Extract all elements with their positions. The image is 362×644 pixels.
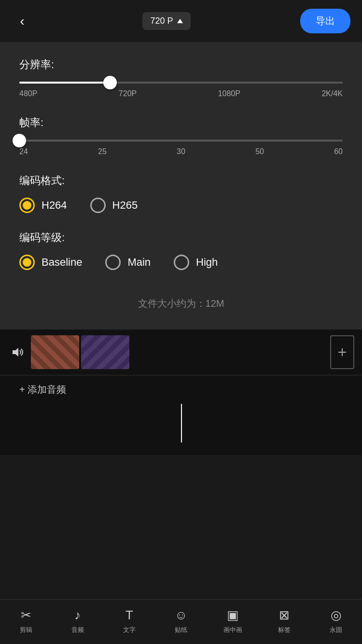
resolution-slider-container bbox=[19, 82, 343, 84]
toolbar-label-audio: 音频 bbox=[71, 626, 84, 634]
resolution-label-1080p: 1080P bbox=[218, 89, 240, 98]
level-high-radio[interactable] bbox=[174, 255, 189, 270]
resolution-selector[interactable]: 720 P bbox=[142, 12, 190, 30]
export-button[interactable]: 导出 bbox=[300, 9, 350, 33]
svg-marker-0 bbox=[13, 348, 18, 357]
codec-h264-label: H264 bbox=[42, 199, 67, 212]
level-radio-group: Baseline Main High bbox=[19, 255, 343, 270]
framerate-slider-labels: 24 25 30 50 60 bbox=[19, 147, 343, 156]
resolution-label-720p: 720P bbox=[119, 89, 137, 98]
resolution-slider-track[interactable] bbox=[19, 82, 343, 84]
codec-h265-option[interactable]: H265 bbox=[90, 198, 138, 213]
framerate-title: 帧率: bbox=[19, 115, 343, 130]
framerate-slider-track[interactable] bbox=[19, 140, 343, 142]
timeline-row bbox=[0, 329, 362, 375]
settings-panel: 分辨率: 480P 720P 1080P 2K/4K 帧率: 24 25 30 bbox=[0, 42, 362, 329]
level-high-option[interactable]: High bbox=[174, 255, 218, 270]
framerate-label-25: 25 bbox=[98, 147, 107, 156]
cut-icon: ✂ bbox=[21, 607, 31, 623]
level-baseline-radio[interactable] bbox=[19, 255, 35, 270]
clip-item-2[interactable] bbox=[81, 335, 129, 369]
resolution-slider-fill bbox=[19, 82, 110, 84]
timeline-playhead-area bbox=[0, 404, 362, 443]
toolbar-item-cut[interactable]: ✂ 剪辑 bbox=[4, 607, 48, 634]
toolbar-item-sticker[interactable]: ☺ 贴纸 bbox=[159, 607, 203, 634]
resolution-section: 分辨率: 480P 720P 1080P 2K/4K bbox=[19, 57, 343, 98]
file-size-section: 文件大小约为：12M bbox=[19, 287, 343, 315]
resolution-value: 720 P bbox=[150, 16, 173, 26]
header: ‹ 720 P 导出 bbox=[0, 0, 362, 42]
playhead-line bbox=[181, 404, 182, 443]
add-audio-label: + 添加音频 bbox=[19, 383, 66, 396]
codec-h264-option[interactable]: H264 bbox=[19, 198, 67, 213]
framerate-slider-container bbox=[19, 140, 343, 142]
dropdown-arrow-icon bbox=[177, 19, 183, 23]
clip-texture-1 bbox=[31, 335, 79, 369]
audio-icon: ♪ bbox=[74, 607, 81, 623]
framerate-section: 帧率: 24 25 30 50 60 bbox=[19, 115, 343, 156]
resolution-title: 分辨率: bbox=[19, 57, 343, 72]
pip-icon: ▣ bbox=[227, 607, 239, 623]
back-icon: ‹ bbox=[20, 14, 24, 28]
toolbar-label-sticker: 贴纸 bbox=[175, 626, 187, 634]
resolution-label-2k4k: 2K/4K bbox=[321, 89, 343, 98]
framerate-label-60: 60 bbox=[334, 147, 343, 156]
codec-radio-group: H264 H265 bbox=[19, 198, 343, 213]
toolbar-item-tag[interactable]: ⊠ 标签 bbox=[263, 607, 306, 634]
toolbar-label-filter: 永固 bbox=[330, 626, 342, 634]
clip-texture-2 bbox=[81, 335, 129, 369]
resolution-slider-labels: 480P 720P 1080P 2K/4K bbox=[19, 89, 343, 98]
codec-h264-radio[interactable] bbox=[19, 198, 35, 213]
codec-h265-radio[interactable] bbox=[90, 198, 106, 213]
toolbar-label-pip: 画中画 bbox=[223, 626, 242, 634]
add-clip-button[interactable] bbox=[330, 335, 354, 369]
level-baseline-radio-fill bbox=[23, 258, 31, 267]
text-icon: T bbox=[125, 607, 133, 623]
framerate-label-24: 24 bbox=[19, 147, 28, 156]
codec-section: 编码格式: H264 H265 bbox=[19, 173, 343, 213]
volume-icon[interactable] bbox=[8, 343, 27, 362]
timeline-clips bbox=[31, 335, 326, 369]
toolbar-item-text[interactable]: T 文字 bbox=[108, 607, 151, 634]
level-baseline-option[interactable]: Baseline bbox=[19, 255, 82, 270]
tag-icon: ⊠ bbox=[279, 607, 290, 623]
add-audio-section: + 添加音频 bbox=[0, 375, 362, 404]
back-button[interactable]: ‹ bbox=[12, 11, 33, 32]
resolution-label-480p: 480P bbox=[19, 89, 37, 98]
toolbar-label-tag: 标签 bbox=[278, 626, 291, 634]
level-main-radio[interactable] bbox=[105, 255, 121, 270]
codec-title: 编码格式: bbox=[19, 173, 343, 188]
framerate-label-30: 30 bbox=[177, 147, 185, 156]
clip-item-1[interactable] bbox=[31, 335, 79, 369]
toolbar-item-pip[interactable]: ▣ 画中画 bbox=[211, 607, 254, 634]
codec-h265-label: H265 bbox=[112, 199, 138, 212]
level-title: 编码等级: bbox=[19, 230, 343, 245]
filter-icon: ◎ bbox=[331, 607, 342, 623]
timeline-area: + 添加音频 bbox=[0, 329, 362, 455]
level-high-label: High bbox=[196, 256, 218, 269]
framerate-label-50: 50 bbox=[255, 147, 264, 156]
framerate-slider-thumb[interactable] bbox=[13, 134, 26, 147]
codec-h264-radio-fill bbox=[23, 201, 31, 210]
toolbar-item-audio[interactable]: ♪ 音频 bbox=[56, 607, 99, 634]
toolbar-label-text: 文字 bbox=[123, 626, 136, 634]
level-main-option[interactable]: Main bbox=[105, 255, 151, 270]
file-size-label: 文件大小约为：12M bbox=[138, 298, 224, 309]
level-section: 编码等级: Baseline Main High bbox=[19, 230, 343, 270]
toolbar-item-filter[interactable]: ◎ 永固 bbox=[314, 607, 358, 634]
toolbar-label-cut: 剪辑 bbox=[20, 626, 32, 634]
sticker-icon: ☺ bbox=[175, 607, 188, 623]
add-audio-button[interactable]: + 添加音频 bbox=[19, 383, 343, 396]
level-main-label: Main bbox=[127, 256, 151, 269]
bottom-toolbar: ✂ 剪辑 ♪ 音频 T 文字 ☺ 贴纸 ▣ 画中画 ⊠ 标签 ◎ 永固 bbox=[0, 599, 362, 644]
resolution-slider-thumb[interactable] bbox=[103, 76, 117, 89]
level-baseline-label: Baseline bbox=[42, 256, 82, 269]
